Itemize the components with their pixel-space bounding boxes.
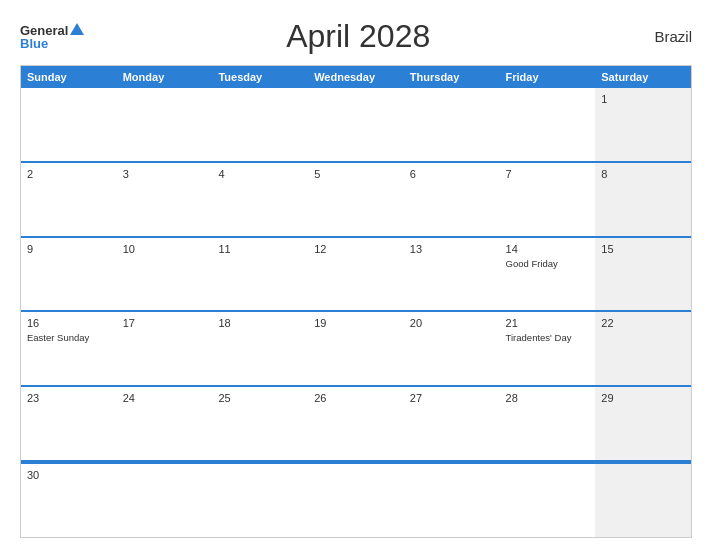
calendar-cell-2-6: 15 [595, 238, 691, 311]
calendar-cell-5-6 [595, 464, 691, 537]
calendar-cell-0-6: 1 [595, 88, 691, 161]
calendar-cell-0-5 [500, 88, 596, 161]
calendar-cell-1-3: 5 [308, 163, 404, 236]
day-number: 7 [506, 168, 590, 180]
calendar-week-0: 1 [21, 88, 691, 161]
calendar-cell-3-2: 18 [212, 312, 308, 385]
calendar-cell-1-2: 4 [212, 163, 308, 236]
day-number: 13 [410, 243, 494, 255]
country-label: Brazil [632, 28, 692, 45]
logo-blue-text: Blue [20, 37, 84, 50]
header-tuesday: Tuesday [212, 66, 308, 88]
calendar-cell-2-5: 14Good Friday [500, 238, 596, 311]
day-number: 1 [601, 93, 685, 105]
calendar-cell-5-0: 30 [21, 464, 117, 537]
day-number: 2 [27, 168, 111, 180]
day-number: 14 [506, 243, 590, 255]
logo-triangle-icon [70, 23, 84, 35]
calendar-cell-5-1 [117, 464, 213, 537]
day-number: 17 [123, 317, 207, 329]
calendar-cell-5-4 [404, 464, 500, 537]
calendar-cell-0-3 [308, 88, 404, 161]
calendar-cell-2-2: 11 [212, 238, 308, 311]
calendar-cell-3-1: 17 [117, 312, 213, 385]
header-saturday: Saturday [595, 66, 691, 88]
day-number: 22 [601, 317, 685, 329]
calendar-cell-5-3 [308, 464, 404, 537]
calendar-cell-1-1: 3 [117, 163, 213, 236]
day-number: 28 [506, 392, 590, 404]
calendar-week-4: 23242526272829 [21, 385, 691, 462]
calendar-cell-4-2: 25 [212, 387, 308, 460]
calendar-cell-1-4: 6 [404, 163, 500, 236]
day-number: 4 [218, 168, 302, 180]
calendar-week-3: 16Easter Sunday1718192021Tiradentes' Day… [21, 310, 691, 385]
day-number: 30 [27, 469, 111, 481]
header: General Blue April 2028 Brazil [20, 18, 692, 55]
calendar-event: Tiradentes' Day [506, 332, 590, 343]
calendar-header: Sunday Monday Tuesday Wednesday Thursday… [21, 66, 691, 88]
calendar-cell-3-0: 16Easter Sunday [21, 312, 117, 385]
calendar-cell-4-0: 23 [21, 387, 117, 460]
day-number: 29 [601, 392, 685, 404]
logo-general-text: General [20, 24, 68, 37]
calendar-title: April 2028 [84, 18, 632, 55]
day-number: 21 [506, 317, 590, 329]
calendar-week-1: 2345678 [21, 161, 691, 236]
calendar-cell-5-2 [212, 464, 308, 537]
calendar-cell-0-2 [212, 88, 308, 161]
calendar-cell-4-5: 28 [500, 387, 596, 460]
day-number: 20 [410, 317, 494, 329]
calendar-cell-2-0: 9 [21, 238, 117, 311]
logo: General Blue [20, 23, 84, 50]
calendar-cell-1-0: 2 [21, 163, 117, 236]
calendar-cell-3-3: 19 [308, 312, 404, 385]
calendar-event: Good Friday [506, 258, 590, 269]
day-number: 27 [410, 392, 494, 404]
header-friday: Friday [500, 66, 596, 88]
calendar: Sunday Monday Tuesday Wednesday Thursday… [20, 65, 692, 538]
calendar-cell-5-5 [500, 464, 596, 537]
calendar-event: Easter Sunday [27, 332, 111, 343]
calendar-cell-3-4: 20 [404, 312, 500, 385]
header-thursday: Thursday [404, 66, 500, 88]
day-number: 12 [314, 243, 398, 255]
calendar-cell-3-6: 22 [595, 312, 691, 385]
day-number: 10 [123, 243, 207, 255]
calendar-cell-4-1: 24 [117, 387, 213, 460]
day-number: 16 [27, 317, 111, 329]
calendar-cell-2-4: 13 [404, 238, 500, 311]
header-monday: Monday [117, 66, 213, 88]
day-number: 19 [314, 317, 398, 329]
page: General Blue April 2028 Brazil Sunday Mo… [0, 0, 712, 550]
calendar-cell-0-0 [21, 88, 117, 161]
calendar-cell-0-1 [117, 88, 213, 161]
header-sunday: Sunday [21, 66, 117, 88]
calendar-week-2: 91011121314Good Friday15 [21, 236, 691, 311]
day-number: 6 [410, 168, 494, 180]
day-number: 26 [314, 392, 398, 404]
calendar-body: 1234567891011121314Good Friday1516Easter… [21, 88, 691, 537]
header-wednesday: Wednesday [308, 66, 404, 88]
calendar-cell-4-3: 26 [308, 387, 404, 460]
calendar-cell-1-5: 7 [500, 163, 596, 236]
calendar-cell-0-4 [404, 88, 500, 161]
calendar-cell-1-6: 8 [595, 163, 691, 236]
day-number: 11 [218, 243, 302, 255]
calendar-cell-4-6: 29 [595, 387, 691, 460]
calendar-week-5: 30 [21, 462, 691, 537]
day-number: 8 [601, 168, 685, 180]
day-number: 5 [314, 168, 398, 180]
day-number: 24 [123, 392, 207, 404]
calendar-cell-4-4: 27 [404, 387, 500, 460]
day-number: 9 [27, 243, 111, 255]
calendar-cell-3-5: 21Tiradentes' Day [500, 312, 596, 385]
day-number: 25 [218, 392, 302, 404]
calendar-cell-2-1: 10 [117, 238, 213, 311]
day-number: 18 [218, 317, 302, 329]
day-number: 23 [27, 392, 111, 404]
day-number: 15 [601, 243, 685, 255]
calendar-cell-2-3: 12 [308, 238, 404, 311]
day-number: 3 [123, 168, 207, 180]
